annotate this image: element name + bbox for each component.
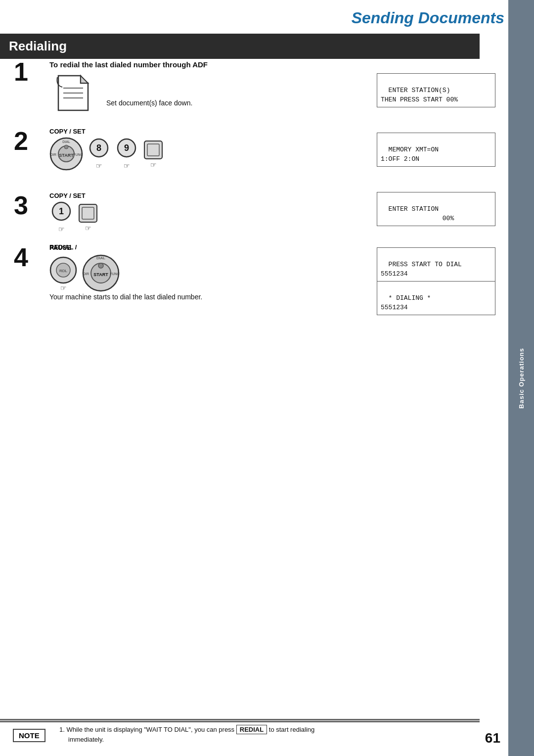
step-3-content: COPY / SET 1 ☞ ☞	[49, 192, 99, 233]
note-divider-top	[0, 719, 480, 720]
key-9: 9 ☞	[115, 138, 138, 170]
step-3-number: 3	[14, 190, 28, 220]
note-label: NOTE	[13, 729, 45, 742]
svg-text:DIR: DIR	[83, 272, 89, 276]
svg-text:8: 8	[96, 143, 101, 153]
section-header: Redialing	[0, 34, 480, 59]
svg-point-30	[98, 263, 103, 268]
step-2-copy-label: COPY / SET	[49, 128, 164, 135]
note-divider-bottom	[0, 721, 480, 722]
page-number: 61	[485, 730, 500, 746]
redial-button: RDL ☞	[49, 256, 77, 292]
section-title: Redialing	[9, 39, 67, 53]
step-1-instruction: To redial the last dialed number through…	[49, 60, 208, 69]
step-3-buttons: 1 ☞ ☞	[49, 201, 99, 233]
note-redial-key: REDIAL	[236, 725, 267, 734]
copy-set-btn-3: ☞	[77, 202, 99, 232]
right-sidebar: Basic Operations	[508, 0, 534, 756]
lcd-screen-1: ENTER STATION(S)THEN PRESS START 00%	[377, 73, 495, 107]
svg-text:1: 1	[59, 206, 64, 216]
svg-text:DIAL: DIAL	[96, 256, 105, 260]
step-1-description: Set document(s) face down.	[106, 99, 192, 107]
note-text: 1. While the unit is displaying "WAIT TO…	[59, 725, 465, 744]
step-3-copy-label: COPY / SET	[49, 192, 99, 199]
step-4-dials: RDL ☞ DIAL DIR FUNC START	[49, 253, 121, 295]
step-4-description: Your machine starts to dial the last dia…	[49, 293, 202, 301]
step-4-main-dial: DIAL DIR FUNC START	[81, 253, 121, 295]
step-2-dial: DIAL DIR FUNC START	[49, 137, 83, 171]
key-1: 1 ☞	[49, 201, 73, 233]
svg-text:START: START	[59, 153, 74, 158]
copy-set-btn-2: ☞	[142, 139, 164, 169]
svg-point-11	[64, 145, 68, 149]
document-icon	[53, 73, 93, 115]
svg-marker-1	[81, 76, 88, 83]
step-4-content: REDIAL / PAUSE RDL ☞ DIAL DIR FUNC START	[49, 243, 121, 295]
lcd-screen-4: PRESS START TO DIAL5551234	[377, 247, 495, 282]
svg-text:DIAL: DIAL	[62, 140, 70, 143]
svg-text:FUNC: FUNC	[110, 272, 119, 276]
svg-text:9: 9	[124, 143, 129, 153]
sidebar-label: Basic Operations	[518, 348, 525, 409]
lcd-screen-2: MEMORY XMT=ON1:OFF 2:ON	[377, 133, 495, 167]
lcd-screen-5: * DIALING *5551234	[377, 281, 495, 315]
svg-text:RDL: RDL	[59, 269, 68, 273]
step-4-pause-label: PAUSE	[49, 244, 121, 251]
page-title: Sending Documents	[352, 9, 504, 27]
key-8: 8 ☞	[87, 138, 111, 170]
lcd-screen-3: ENTER STATION 00%	[377, 192, 495, 226]
svg-text:START: START	[93, 272, 108, 277]
step-2-content: COPY / SET DIAL DIR FUNC START 8 ☞	[49, 128, 164, 171]
note-text-before: 1. While the unit is displaying "WAIT TO…	[59, 726, 236, 733]
svg-text:FUNC: FUNC	[73, 153, 83, 156]
step-4-number: 4	[14, 242, 28, 272]
step-2-number: 2	[14, 126, 28, 156]
step-1-number: 1	[14, 57, 28, 87]
svg-text:DIR: DIR	[50, 153, 56, 156]
step-2-buttons: DIAL DIR FUNC START 8 ☞ 9 ☞	[49, 137, 164, 171]
